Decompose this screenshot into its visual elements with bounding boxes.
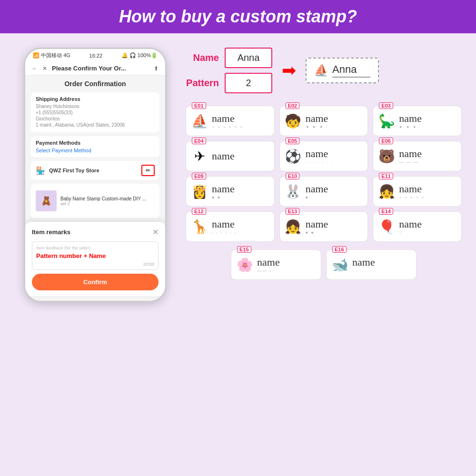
pattern-deco: ✦ ✦ ✦ (306, 125, 328, 129)
pattern-icon: 👧 (285, 219, 302, 235)
pattern-card-e11[interactable]: E11 👧 name ~ ~ ~ ~ ~ (373, 176, 462, 207)
product-name: Baby Name Stamp Custom-made DIY ... (60, 196, 155, 201)
right-section: Name Anna Pattern 2 ➡ ⛵ Anna (186, 43, 462, 462)
pattern-name: name (399, 148, 422, 160)
shipping-address: 1 maint., Alabama, USA(est States, 23006 (36, 122, 155, 128)
pattern-deco: · · · · · · · (306, 160, 334, 165)
pattern-name: name (399, 218, 422, 230)
arrow-icon: ➡ (282, 60, 296, 80)
pattern-code: E13 (286, 208, 300, 215)
bottom-patterns-row: E15 🌸 name ——→ E16 🐋 name · · · · · · (186, 249, 462, 280)
pattern-name: name (306, 112, 328, 125)
back-icon[interactable]: ← (32, 65, 38, 72)
pattern-code: E05 (286, 138, 300, 144)
demo-area: Name Anna Pattern 2 ➡ ⛵ Anna (186, 43, 462, 98)
pattern-code: E02 (286, 102, 300, 109)
pattern-text-area: name ——→ (257, 256, 280, 273)
pattern-card-e13[interactable]: E13 👧 name ♥ ♥ (279, 211, 368, 242)
product-block: 🧸 Baby Name Stamp Custom-made DIY ... se… (31, 184, 159, 218)
pattern-card-e15[interactable]: E15 🌸 name ——→ (231, 249, 321, 280)
remarks-counter: 0/150 (143, 262, 154, 267)
pattern-label: Pattern (186, 78, 219, 89)
pattern-text-area: name ✦ ✦ ✦ (306, 112, 328, 129)
payment-label: Payment Methods (36, 140, 155, 146)
product-variant: set 2 (60, 201, 155, 206)
nav-title: Please Confirm Your Or... (52, 65, 149, 72)
product-image: 🧸 (36, 190, 57, 211)
pattern-card-e16[interactable]: E16 🐋 name · · · · · · (326, 249, 416, 280)
pattern-card-e14[interactable]: E14 🎈 name ♡ (373, 211, 462, 242)
pattern-icon: 👸 (191, 184, 208, 199)
carrier-signal: 📶 中国移动 4G (33, 52, 70, 59)
phone-body: Order Confirmation Shipping Address Shan… (25, 75, 165, 301)
remarks-input-box[interactable]: Item feedback (for the seller) Pattern n… (32, 241, 159, 270)
pattern-deco: ♥ (306, 195, 328, 200)
pattern-card-e09[interactable]: E09 👸 name ♥ ♥ (186, 176, 275, 207)
pattern-name: name (306, 148, 334, 160)
close-icon[interactable]: ✕ (42, 65, 47, 72)
pattern-deco: ✦ ✦ ✦ (399, 125, 422, 129)
pattern-icon: 🐰 (285, 184, 302, 199)
stamp-preview-name: Anna (332, 63, 357, 75)
pattern-card-e04[interactable]: E04 ✈ name (186, 141, 275, 171)
pattern-input[interactable]: 2 (225, 73, 272, 93)
pattern-text-area: name · · · · · · (352, 256, 376, 273)
share-icon[interactable]: ⬆ (154, 65, 159, 72)
pattern-icon: ⚽ (285, 149, 302, 164)
pattern-text-area: name ♥ (306, 183, 328, 200)
remarks-close-button[interactable]: ✕ (152, 228, 159, 237)
pattern-field-row: Pattern 2 (186, 73, 272, 93)
pattern-code: E01 (192, 102, 206, 109)
order-confirmation-title: Order Confirmation (31, 80, 159, 88)
pattern-code: E06 (379, 138, 393, 144)
name-input[interactable]: Anna (225, 48, 272, 68)
pattern-card-e05[interactable]: E05 ⚽ name · · · · · · · (279, 141, 368, 171)
pattern-code: E09 (192, 173, 206, 179)
stamp-underline (332, 77, 370, 78)
pattern-code: E12 (192, 208, 206, 215)
arrow-area: ➡ (282, 60, 296, 80)
pattern-card-e10[interactable]: E10 🐰 name ♥ (279, 176, 368, 207)
pattern-deco: — — — (399, 160, 422, 165)
stamp-preview: ⛵ Anna (306, 58, 379, 83)
stamp-preview-content: Anna (332, 63, 370, 78)
phone-section: 📶 中国移动 4G 16:22 🔔 🎧 100%🔋 ← ✕ Please Con… (14, 43, 176, 462)
pattern-deco: ~ ~ ~ ~ ~ (399, 195, 425, 200)
header-title: How to buy a custom stamp? (10, 7, 466, 27)
phone-nav: ← ✕ Please Confirm Your Or... ⬆ (25, 62, 165, 75)
payment-link[interactable]: Select Payment Method (36, 148, 155, 153)
pattern-icon: ✈ (191, 149, 208, 164)
pattern-code: E15 (237, 246, 251, 253)
remarks-header: Item remarks ✕ (32, 228, 159, 237)
remarks-value: Pattern number + Name (36, 252, 154, 259)
pattern-deco: ♡ (399, 230, 422, 235)
pattern-card-e02[interactable]: E02 🧒 name ✦ ✦ ✦ (279, 106, 368, 136)
pattern-card-e06[interactable]: E06 🐻 name — — — (373, 141, 462, 171)
stamp-preview-icon: ⛵ (314, 64, 328, 77)
pattern-deco: ——→ (257, 268, 280, 273)
phone-status-bar: 📶 中国移动 4G 16:22 🔔 🎧 100%🔋 (25, 49, 165, 62)
pattern-deco: ~ ~ ~ ~ ~ ~ (212, 125, 243, 129)
pattern-card-e01[interactable]: E01 ⛵ name ~ ~ ~ ~ ~ ~ (186, 106, 275, 136)
confirm-button[interactable]: Confirm (32, 274, 159, 290)
shipping-name: Shaney Hutchinsons (36, 104, 155, 109)
pattern-name: name (212, 218, 237, 230)
pattern-name: name (399, 183, 425, 195)
pattern-code: E03 (379, 102, 393, 109)
pattern-icon: 👧 (378, 184, 395, 199)
product-info: Baby Name Stamp Custom-made DIY ... set … (60, 196, 155, 206)
pattern-text-area: name ♥ ♥ (306, 218, 328, 235)
name-field-row: Name Anna (186, 48, 272, 68)
pattern-code: E14 (379, 208, 393, 215)
pattern-icon: 🌸 (236, 257, 253, 273)
edit-icon[interactable]: ✏ (146, 167, 150, 174)
pattern-name: name (212, 112, 243, 125)
pattern-icon: 🦒 (191, 219, 208, 235)
pattern-deco: ♥ ♥ (306, 230, 328, 235)
edit-icon-box[interactable]: ✏ (141, 165, 155, 176)
pattern-card-e12[interactable]: E12 🦒 name - - - - - - (186, 211, 275, 242)
pattern-icon: 🧒 (285, 113, 302, 129)
pattern-card-e03[interactable]: E03 🦕 name ✦ ✦ ✦ (373, 106, 462, 136)
pattern-icon: 🐋 (331, 257, 348, 273)
pattern-name: name (352, 256, 376, 268)
